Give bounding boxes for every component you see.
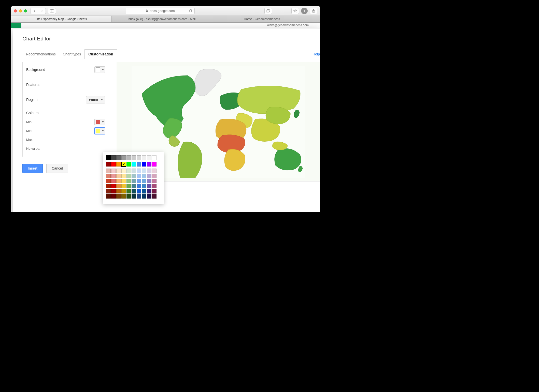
color-swatch[interactable] bbox=[111, 174, 116, 178]
color-swatch[interactable] bbox=[137, 184, 141, 188]
tab-customisation[interactable]: Customisation bbox=[84, 49, 117, 59]
color-swatch[interactable] bbox=[142, 194, 146, 199]
mid-color-button[interactable] bbox=[94, 128, 105, 134]
color-swatch[interactable] bbox=[121, 162, 126, 167]
color-swatch[interactable] bbox=[126, 194, 131, 199]
color-swatch[interactable] bbox=[126, 155, 131, 160]
color-swatch[interactable] bbox=[111, 184, 116, 188]
color-swatch[interactable] bbox=[106, 155, 111, 160]
zoom-window-button[interactable] bbox=[24, 9, 27, 12]
color-swatch[interactable] bbox=[111, 169, 116, 173]
color-swatch[interactable] bbox=[116, 174, 121, 178]
background-color-button[interactable] bbox=[94, 66, 105, 73]
color-swatch[interactable] bbox=[132, 162, 136, 167]
browser-tab-1[interactable]: Inbox (408) - aleks@geoawesomeness.com -… bbox=[111, 16, 212, 22]
color-swatch[interactable] bbox=[132, 179, 136, 183]
account-label[interactable]: aleks@geoawesomeness.com bbox=[267, 23, 320, 28]
color-swatch[interactable] bbox=[147, 184, 151, 188]
color-swatch[interactable] bbox=[137, 174, 141, 178]
tab-chart-types[interactable]: Chart types bbox=[59, 50, 85, 59]
color-swatch[interactable] bbox=[142, 162, 146, 167]
insert-button[interactable]: Insert bbox=[22, 164, 43, 173]
address-bar[interactable]: docs.google.com bbox=[126, 8, 195, 14]
color-swatch[interactable] bbox=[147, 189, 151, 193]
color-swatch[interactable] bbox=[106, 174, 111, 178]
color-swatch[interactable] bbox=[116, 189, 121, 193]
forward-button[interactable] bbox=[38, 8, 46, 14]
color-swatch[interactable] bbox=[126, 174, 131, 178]
color-swatch[interactable] bbox=[111, 179, 116, 183]
color-swatch[interactable] bbox=[106, 169, 111, 173]
color-swatch[interactable] bbox=[142, 184, 146, 188]
color-swatch[interactable] bbox=[147, 162, 151, 167]
color-swatch[interactable] bbox=[152, 194, 157, 199]
color-swatch[interactable] bbox=[137, 179, 141, 183]
color-swatch[interactable] bbox=[137, 169, 141, 173]
color-swatch[interactable] bbox=[116, 179, 121, 183]
color-swatch[interactable] bbox=[121, 184, 126, 188]
color-swatch[interactable] bbox=[152, 169, 157, 173]
color-swatch[interactable] bbox=[132, 194, 136, 199]
color-swatch[interactable] bbox=[126, 162, 131, 167]
color-swatch[interactable] bbox=[111, 189, 116, 193]
back-button[interactable] bbox=[31, 8, 38, 14]
color-swatch[interactable] bbox=[111, 194, 116, 199]
region-select[interactable]: World bbox=[86, 96, 105, 103]
color-swatch[interactable] bbox=[116, 155, 121, 160]
share-button[interactable] bbox=[310, 8, 317, 14]
color-swatch[interactable] bbox=[126, 169, 131, 173]
color-swatch[interactable] bbox=[106, 194, 111, 199]
color-swatch[interactable] bbox=[142, 169, 146, 173]
color-swatch[interactable] bbox=[116, 194, 121, 199]
color-swatch[interactable] bbox=[142, 179, 146, 183]
color-swatch[interactable] bbox=[147, 155, 151, 160]
sidebar-toggle-button[interactable] bbox=[48, 8, 56, 14]
color-swatch[interactable] bbox=[126, 184, 131, 188]
color-swatch[interactable] bbox=[121, 155, 126, 160]
color-swatch[interactable] bbox=[142, 155, 146, 160]
browser-tab-2[interactable]: Home - Geoawesomeness bbox=[212, 16, 312, 22]
browser-tab-0[interactable]: Life Expectancy Map - Google Sheets bbox=[11, 16, 111, 22]
color-swatch[interactable] bbox=[111, 162, 116, 167]
color-swatch[interactable] bbox=[137, 162, 141, 167]
color-swatch[interactable] bbox=[106, 189, 111, 193]
cancel-button[interactable]: Cancel bbox=[46, 164, 68, 173]
tab-recommendations[interactable]: Recommendations bbox=[22, 50, 59, 59]
color-swatch[interactable] bbox=[147, 179, 151, 183]
color-swatch[interactable] bbox=[116, 162, 121, 167]
color-swatch[interactable] bbox=[132, 184, 136, 188]
color-swatch[interactable] bbox=[106, 179, 111, 183]
color-swatch[interactable] bbox=[152, 189, 157, 193]
close-window-button[interactable] bbox=[14, 9, 17, 12]
color-swatch[interactable] bbox=[116, 184, 121, 188]
reload-icon[interactable] bbox=[189, 9, 192, 13]
color-swatch[interactable] bbox=[106, 184, 111, 188]
color-swatch[interactable] bbox=[152, 184, 157, 188]
min-color-button[interactable] bbox=[94, 119, 105, 125]
color-swatch[interactable] bbox=[132, 169, 136, 173]
color-swatch[interactable] bbox=[116, 169, 121, 173]
color-swatch[interactable] bbox=[132, 189, 136, 193]
color-swatch[interactable] bbox=[147, 169, 151, 173]
color-swatch[interactable] bbox=[106, 162, 111, 167]
color-swatch[interactable] bbox=[126, 189, 131, 193]
color-swatch[interactable] bbox=[142, 189, 146, 193]
tabs-overview-button[interactable] bbox=[264, 8, 272, 14]
bookmarks-button[interactable] bbox=[291, 8, 299, 14]
color-swatch[interactable] bbox=[137, 189, 141, 193]
color-swatch[interactable] bbox=[152, 162, 157, 167]
color-swatch[interactable] bbox=[152, 155, 157, 160]
color-swatch[interactable] bbox=[132, 174, 136, 178]
color-swatch[interactable] bbox=[147, 174, 151, 178]
color-swatch[interactable] bbox=[126, 179, 131, 183]
color-swatch[interactable] bbox=[152, 179, 157, 183]
new-tab-button[interactable]: ＋ bbox=[312, 16, 320, 22]
color-swatch[interactable] bbox=[111, 155, 116, 160]
color-swatch[interactable] bbox=[137, 155, 141, 160]
minimize-window-button[interactable] bbox=[19, 9, 22, 12]
color-swatch[interactable] bbox=[121, 174, 126, 178]
color-swatch[interactable] bbox=[121, 179, 126, 183]
color-swatch[interactable] bbox=[152, 174, 157, 178]
color-swatch[interactable] bbox=[137, 194, 141, 199]
color-swatch[interactable] bbox=[147, 194, 151, 199]
